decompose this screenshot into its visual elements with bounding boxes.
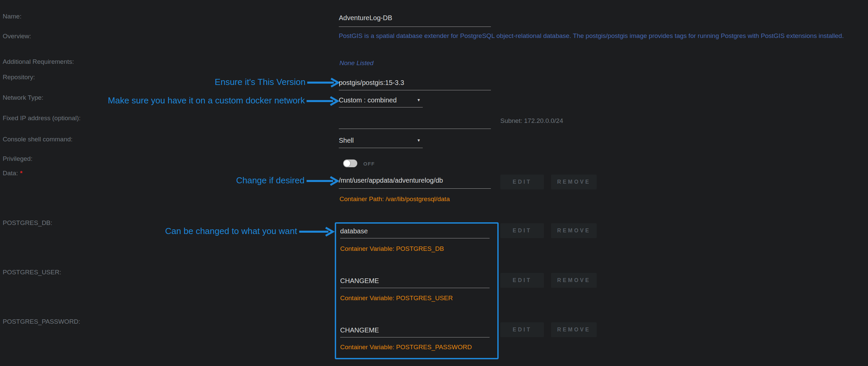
network-type-selected-value: Custom : combined xyxy=(339,96,397,104)
data-label-text: Data: xyxy=(3,170,18,177)
privileged-toggle[interactable] xyxy=(343,159,357,167)
postgres-user-edit-button[interactable]: EDIT xyxy=(500,273,544,288)
console-shell-select[interactable]: Shell ▼ xyxy=(339,137,423,148)
network-type-select[interactable]: Custom : combined ▼ xyxy=(339,96,423,108)
name-input[interactable]: AdventureLog-DB xyxy=(339,14,491,27)
repository-input-value: postgis/postgis:15-3.3 xyxy=(339,79,404,86)
field-label-name: Name: xyxy=(3,13,22,20)
privileged-toggle-state: OFF xyxy=(363,161,375,166)
postgres-user-helper: Container Variable: POSTGRES_USER xyxy=(340,295,453,302)
annotation-network: Make sure you have it on a custom docker… xyxy=(54,95,305,106)
fixed-ip-input[interactable] xyxy=(339,118,491,129)
annotation-arrow-postgres xyxy=(299,226,335,237)
overview-text: PostGIS is a spatial database extender f… xyxy=(339,32,844,40)
annotation-arrow-repository xyxy=(307,77,340,88)
highlight-box xyxy=(335,222,499,359)
postgres-user-remove-button[interactable]: REMOVE xyxy=(551,273,597,288)
required-asterisk: * xyxy=(20,170,22,177)
toggle-knob xyxy=(344,160,350,166)
field-label-privileged: Privileged: xyxy=(3,155,33,162)
field-label-postgres-password: POSTGRES_PASSWORD: xyxy=(3,318,80,325)
postgres-password-helper: Container Variable: POSTGRES_PASSWORD xyxy=(340,343,472,351)
field-label-postgres-user: POSTGRES_USER: xyxy=(3,269,61,276)
chevron-down-icon: ▼ xyxy=(417,138,421,143)
postgres-password-value: CHANGEME xyxy=(340,326,379,334)
name-input-value: AdventureLog-DB xyxy=(339,14,392,22)
postgres-db-remove-button[interactable]: REMOVE xyxy=(551,223,597,238)
subnet-info: Subnet: 172.20.0.0/24 xyxy=(500,117,563,125)
postgres-db-edit-button[interactable]: EDIT xyxy=(500,223,544,238)
data-remove-button[interactable]: REMOVE xyxy=(551,175,597,189)
data-edit-button[interactable]: EDIT xyxy=(500,175,544,189)
repository-input[interactable]: postgis/postgis:15-3.3 xyxy=(339,79,491,90)
annotation-repository: Ensure it's This Version xyxy=(168,77,306,87)
postgres-db-value: database xyxy=(340,227,368,235)
additional-requirements-value: None Listed xyxy=(339,59,373,67)
postgres-db-helper: Container Variable: POSTGRES_DB xyxy=(340,245,444,252)
postgres-db-input[interactable]: database xyxy=(340,227,490,238)
field-label-console-shell: Console shell command: xyxy=(3,136,72,143)
annotation-arrow-network xyxy=(306,95,340,107)
annotation-arrow-data xyxy=(306,175,340,187)
postgres-user-input[interactable]: CHANGEME xyxy=(340,277,490,288)
field-label-overview: Overview: xyxy=(3,33,31,40)
field-label-data: Data:* xyxy=(3,170,23,177)
data-host-path-input[interactable]: /mnt/user/appdata/adventurelog/db xyxy=(339,177,491,189)
postgres-password-input[interactable]: CHANGEME xyxy=(340,326,490,337)
annotation-data: Change if desired xyxy=(168,175,305,186)
field-label-fixed-ip: Fixed IP address (optional): xyxy=(3,115,81,122)
field-label-repository: Repository: xyxy=(3,73,35,81)
postgres-password-remove-button[interactable]: REMOVE xyxy=(551,322,597,337)
annotation-postgres: Can be changed to what you want xyxy=(128,226,297,236)
postgres-user-value: CHANGEME xyxy=(340,277,379,284)
console-shell-selected-value: Shell xyxy=(339,137,353,144)
chevron-down-icon: ▼ xyxy=(417,98,421,102)
postgres-password-edit-button[interactable]: EDIT xyxy=(500,322,544,337)
field-label-network-type: Network Type: xyxy=(3,94,43,101)
field-label-postgres-db: POSTGRES_DB: xyxy=(3,219,52,227)
data-host-path-value: /mnt/user/appdata/adventurelog/db xyxy=(339,177,443,184)
docker-template-settings-page: Name: Overview: Additional Requirements:… xyxy=(0,0,868,366)
data-container-path-helper: Container Path: /var/lib/postgresql/data xyxy=(339,195,450,203)
field-label-additional-requirements: Additional Requirements: xyxy=(3,58,74,65)
